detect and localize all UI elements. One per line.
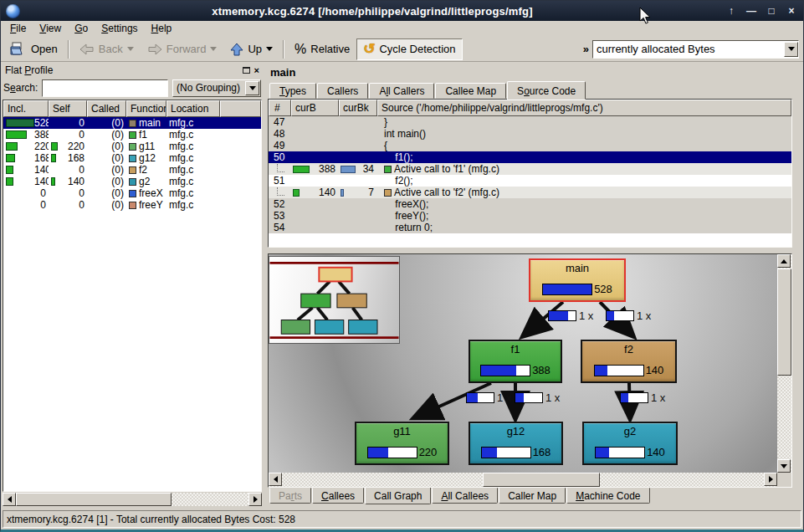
tab-callee-map[interactable]: Callee Map xyxy=(435,83,506,99)
graph-node-f2[interactable]: f2 140 xyxy=(581,340,677,383)
graph-node-g11[interactable]: g11 220 xyxy=(355,422,449,465)
column-header-called[interactable]: Called xyxy=(87,100,126,117)
cost-bar xyxy=(367,447,417,458)
cost-bar xyxy=(51,154,56,162)
source-line[interactable]: 52 freeX(); xyxy=(269,198,791,210)
source-call-annotation[interactable]: 140 7 Active call to 'f2' (mfg.c) xyxy=(269,187,791,198)
dock-float-icon[interactable] xyxy=(243,67,250,74)
vertical-scrollbar[interactable] xyxy=(777,254,791,473)
table-row-g12[interactable]: 168 168 (0) g12 mfg.c xyxy=(3,152,261,164)
graph-node-g12[interactable]: g12 168 xyxy=(469,422,563,465)
tab-caller-map[interactable]: Caller Map xyxy=(499,488,566,504)
horizontal-scrollbar[interactable] xyxy=(3,493,262,506)
edge-label-main-f2: 1 x xyxy=(606,309,651,322)
scrollbar-thumb[interactable] xyxy=(16,493,172,506)
grouping-select[interactable]: (No Grouping) xyxy=(172,79,261,97)
source-call-annotation[interactable]: 388 34 Active call to 'f1' (mfg.c) xyxy=(269,163,791,175)
source-line-selected[interactable]: 50 f1(); xyxy=(269,151,791,163)
menu-bar: File View Go Settings Help xyxy=(1,21,803,37)
up-button[interactable]: Up xyxy=(223,38,279,60)
table-row-f1[interactable]: 388 0 (0) f1 mfg.c xyxy=(3,129,261,141)
column-header-curb[interactable]: curB xyxy=(291,100,339,116)
column-header-line[interactable]: # xyxy=(269,100,291,116)
menu-file[interactable]: File xyxy=(3,22,33,36)
table-row-freeY[interactable]: 0 0 (0) freeY mfg.c xyxy=(3,199,261,211)
toolbar: Open Back Forward Up % Relative ↺ xyxy=(1,37,803,62)
source-line[interactable]: 54 return 0; xyxy=(269,222,791,233)
back-dropdown-icon[interactable] xyxy=(127,47,134,54)
call-graph-overview-minimap[interactable] xyxy=(269,256,400,344)
toolbar-overflow-icon[interactable]: » xyxy=(580,43,592,55)
graph-node-main[interactable]: main 528 xyxy=(529,258,626,302)
scrollbar-thumb[interactable] xyxy=(777,269,791,376)
menu-view[interactable]: View xyxy=(33,22,68,36)
scroll-up-button[interactable] xyxy=(777,254,791,268)
scroll-left-button[interactable] xyxy=(269,473,282,486)
source-line[interactable]: 53 freeY(); xyxy=(269,210,791,222)
scroll-left-button[interactable] xyxy=(3,493,16,506)
minimize-icon[interactable]: — xyxy=(745,5,758,17)
menu-help[interactable]: Help xyxy=(145,22,179,36)
column-header-source[interactable]: Source ('/home/philippe/valgrind/littlep… xyxy=(377,100,791,116)
cost-bar xyxy=(6,166,13,174)
table-row-g11[interactable]: 220 220 (0) g11 mfg.c xyxy=(3,141,261,152)
tab-parts[interactable]: Parts xyxy=(269,488,311,504)
table-row-main[interactable]: 528 0 (0) main mfg.c xyxy=(3,117,261,129)
column-header-incl[interactable]: Incl. xyxy=(3,100,49,117)
scroll-down-button[interactable] xyxy=(777,459,791,473)
graph-node-f1[interactable]: f1 388 xyxy=(469,340,562,383)
source-line[interactable]: 48int main() xyxy=(269,128,791,140)
column-header-curbk[interactable]: curBk xyxy=(339,100,377,116)
source-line[interactable]: 47} xyxy=(269,116,791,128)
horizontal-splitter[interactable] xyxy=(268,248,792,253)
forward-button[interactable]: Forward xyxy=(141,38,224,60)
relative-toggle-button[interactable]: % Relative xyxy=(288,38,356,60)
toolbar-separator xyxy=(68,40,69,59)
tab-machine-code[interactable]: Machine Code xyxy=(566,488,649,504)
cost-bar xyxy=(341,189,344,197)
toolbar-separator xyxy=(283,40,284,59)
tab-source-code[interactable]: Source Code xyxy=(507,81,586,100)
up-dropdown-icon[interactable] xyxy=(266,47,273,54)
source-code-view: # curB curBk Source ('/home/philippe/val… xyxy=(268,99,792,248)
search-input[interactable] xyxy=(42,79,168,97)
call-graph-viewport[interactable]: main 528 f1 388 f2 140 g11 220 xyxy=(269,254,777,473)
table-row-g2[interactable]: 140 140 (0) g2 mfg.c xyxy=(3,176,261,187)
graph-node-g2[interactable]: g2 140 xyxy=(582,422,678,465)
dock-close-icon[interactable]: × xyxy=(254,66,259,74)
shade-icon[interactable]: ↑ xyxy=(725,5,738,17)
column-header-self[interactable]: Self xyxy=(49,100,87,117)
maximize-icon[interactable]: □ xyxy=(765,5,778,17)
forward-dropdown-icon[interactable] xyxy=(210,47,217,54)
column-header-location[interactable]: Location xyxy=(166,100,220,117)
table-row-f2[interactable]: 140 0 (0) f2 mfg.c xyxy=(3,164,261,176)
event-type-select[interactable]: currently allocated Bytes xyxy=(592,40,799,59)
tree-branch-icon xyxy=(277,164,284,172)
menu-go[interactable]: Go xyxy=(68,22,95,36)
tab-all-callers[interactable]: All Callers xyxy=(369,83,434,99)
open-button[interactable]: Open xyxy=(3,38,64,60)
source-line[interactable]: 49{ xyxy=(269,140,791,151)
scroll-right-button[interactable] xyxy=(764,473,777,486)
tab-all-callees[interactable]: All Callees xyxy=(432,488,498,504)
tab-callers[interactable]: Callers xyxy=(317,83,368,99)
tab-types[interactable]: Types xyxy=(269,83,316,99)
cycle-detection-toggle-button[interactable]: ↺ Cycle Detection xyxy=(356,38,462,60)
tab-callees[interactable]: Callees xyxy=(312,488,364,504)
tab-call-graph[interactable]: Call Graph xyxy=(365,486,431,504)
scroll-right-button[interactable] xyxy=(248,493,262,506)
menu-settings[interactable]: Settings xyxy=(95,22,144,36)
back-arrow-icon xyxy=(79,43,95,55)
back-button[interactable]: Back xyxy=(73,38,141,60)
table-row-freeX[interactable]: 0 0 (0) freeX mfg.c xyxy=(3,187,261,199)
scrollbar-thumb[interactable] xyxy=(483,473,600,487)
horizontal-scrollbar[interactable] xyxy=(269,473,777,487)
grouping-dropdown-button[interactable] xyxy=(245,81,259,95)
column-header-function[interactable]: Function xyxy=(126,100,166,117)
scrollbar-corner xyxy=(777,473,791,487)
close-icon[interactable]: × xyxy=(785,5,798,17)
selected-function-title: main xyxy=(268,63,792,80)
main-area: Flat Profile × Search: (No Grouping) Inc… xyxy=(1,62,803,508)
source-line[interactable]: 51 f2(); xyxy=(269,175,791,187)
combo-dropdown-button[interactable] xyxy=(784,42,798,57)
